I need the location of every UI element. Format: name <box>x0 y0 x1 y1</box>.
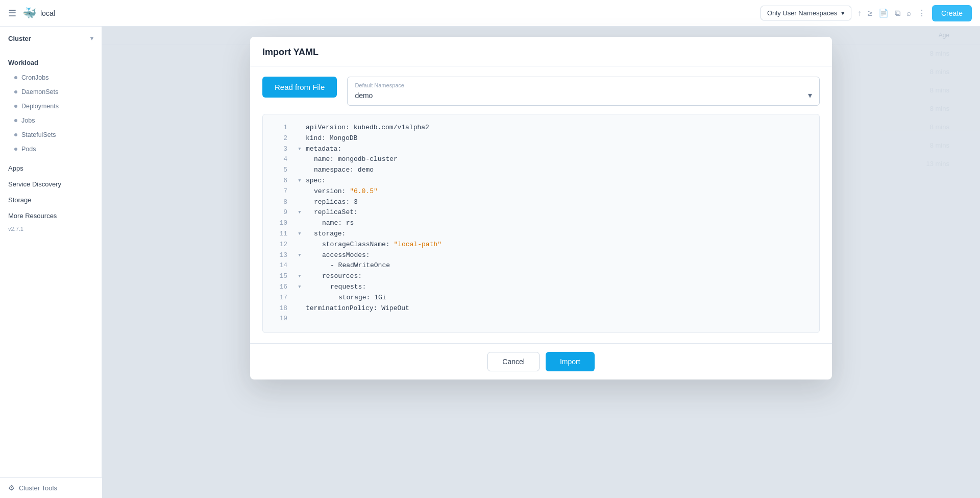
cancel-button[interactable]: Cancel <box>487 352 540 371</box>
cronjobs-label: CronJobs <box>21 74 49 81</box>
import-button[interactable]: Import <box>546 352 595 371</box>
header: ☰ 🐳 local Only User Namespaces ▾ ↑ ≥ 📄 ⧉… <box>0 0 980 27</box>
read-from-file-button[interactable]: Read from File <box>262 77 337 98</box>
modal-top-row: Read from File Default Namespace demo ▾ <box>262 77 820 106</box>
namespace-dropdown-chevron-icon: ▾ <box>808 90 812 100</box>
pods-label: Pods <box>21 146 36 153</box>
code-line-8: 8 replicas: 3 <box>263 197 819 208</box>
file-icon[interactable]: 📄 <box>878 8 889 18</box>
more-options-icon[interactable]: ⋮ <box>918 8 926 18</box>
apps-label: Apps <box>8 164 23 172</box>
sidebar-item-pods[interactable]: Pods <box>0 142 102 156</box>
sidebar-item-apps[interactable]: Apps <box>0 160 102 176</box>
namespace-value-row: demo ▾ <box>355 90 812 100</box>
import-yaml-modal: Import YAML Read from File Default Names… <box>250 37 832 380</box>
workload-header[interactable]: Workload <box>0 55 102 70</box>
code-line-19: 19 <box>263 314 819 324</box>
modal-footer: Cancel Import <box>250 343 832 380</box>
modal-title: Import YAML <box>262 47 318 57</box>
version-label: v2.7.1 <box>0 224 102 236</box>
jobs-dot-icon <box>14 119 17 122</box>
code-line-2: 2 kind: MongoDB <box>263 133 819 144</box>
deployments-label: Deployments <box>21 103 59 110</box>
code-line-9: 9 ▾ replicaSet: <box>263 207 819 218</box>
sidebar-item-daemonsets[interactable]: DaemonSets <box>0 85 102 99</box>
statefulsets-label: StatefulSets <box>21 131 56 138</box>
cluster-logo-icon: 🐳 <box>22 7 36 20</box>
modal-body: Read from File Default Namespace demo ▾ … <box>250 66 832 343</box>
storage-label: Storage <box>8 196 32 204</box>
modal-overlay: Import YAML Read from File Default Names… <box>102 27 980 498</box>
code-line-11: 11 ▾ storage: <box>263 229 819 240</box>
workload-section: Workload CronJobs DaemonSets Deployments… <box>0 51 102 160</box>
deployments-dot-icon <box>14 105 17 108</box>
code-line-12: 12 storageClassName: "local-path" <box>263 240 819 250</box>
code-line-16: 16 ▾ requests: <box>263 282 819 293</box>
cluster-tools-label: Cluster Tools <box>19 484 57 492</box>
header-actions: ↑ ≥ 📄 ⧉ ⌕ ⋮ Create <box>857 5 972 21</box>
logo: 🐳 local <box>22 7 55 20</box>
code-line-1: 1 apiVersion: kubedb.com/v1alpha2 <box>263 123 819 133</box>
namespace-label: Only User Namespaces <box>767 9 837 17</box>
namespace-selector-label: Default Namespace <box>355 82 812 88</box>
cluster-chevron-icon: ▾ <box>90 35 93 42</box>
namespace-selector[interactable]: Only User Namespaces ▾ <box>761 6 851 20</box>
code-line-14: 14 - ReadWriteOnce <box>263 260 819 271</box>
code-line-18: 18 terminationPolicy: WipeOut <box>263 303 819 314</box>
cluster-name: local <box>40 9 55 17</box>
create-button[interactable]: Create <box>932 5 972 21</box>
gear-icon: ⚙ <box>8 484 15 492</box>
namespace-chevron-icon: ▾ <box>841 9 845 17</box>
hamburger-menu-icon[interactable]: ☰ <box>8 8 16 19</box>
cluster-section: Cluster ▾ <box>0 27 102 51</box>
code-line-5: 5 namespace: demo <box>263 165 819 176</box>
service-discovery-label: Service Discovery <box>8 180 61 188</box>
sidebar-item-service-discovery[interactable]: Service Discovery <box>0 176 102 192</box>
sidebar-item-cronjobs[interactable]: CronJobs <box>0 70 102 85</box>
cluster-tools-button[interactable]: ⚙ Cluster Tools <box>8 484 94 492</box>
code-line-17: 17 storage: 1Gi <box>263 293 819 303</box>
upload-icon[interactable]: ↑ <box>857 9 862 18</box>
default-namespace-selector[interactable]: Default Namespace demo ▾ <box>347 77 820 106</box>
sidebar-item-statefulsets[interactable]: StatefulSets <box>0 128 102 142</box>
code-line-7: 7 version: "6.0.5" <box>263 186 819 197</box>
sidebar-item-more-resources[interactable]: More Resources <box>0 208 102 224</box>
namespace-value: demo <box>355 91 373 100</box>
cluster-label: Cluster <box>8 35 31 42</box>
jobs-label: Jobs <box>21 117 35 124</box>
code-line-13: 13 ▾ accessModes: <box>263 250 819 261</box>
code-line-10: 10 name: rs <box>263 218 819 229</box>
daemonsets-dot-icon <box>14 90 17 93</box>
workload-label: Workload <box>8 59 38 66</box>
sidebar-footer: ⚙ Cluster Tools <box>0 477 102 498</box>
search-icon[interactable]: ⌕ <box>906 9 912 18</box>
code-line-6: 6 ▾ spec: <box>263 176 819 186</box>
sidebar-item-deployments[interactable]: Deployments <box>0 99 102 113</box>
sidebar-item-jobs[interactable]: Jobs <box>0 113 102 128</box>
statefulsets-dot-icon <box>14 133 17 136</box>
copy-icon[interactable]: ⧉ <box>895 9 900 18</box>
sidebar-item-storage[interactable]: Storage <box>0 192 102 208</box>
yaml-code-editor[interactable]: 1 apiVersion: kubedb.com/v1alpha2 2 kind… <box>262 114 820 333</box>
cronjobs-dot-icon <box>14 76 17 79</box>
cluster-section-header[interactable]: Cluster ▾ <box>0 31 102 46</box>
code-line-4: 4 name: mongodb-cluster <box>263 154 819 165</box>
daemonsets-label: DaemonSets <box>21 88 58 96</box>
more-resources-label: More Resources <box>8 212 57 220</box>
download-icon[interactable]: ≥ <box>868 9 872 18</box>
code-line-3: 3 ▾ metadata: <box>263 144 819 155</box>
pods-dot-icon <box>14 148 17 151</box>
code-line-15: 15 ▾ resources: <box>263 271 819 282</box>
modal-header: Import YAML <box>250 37 832 66</box>
sidebar: Cluster ▾ Workload CronJobs DaemonSets D… <box>0 27 102 498</box>
